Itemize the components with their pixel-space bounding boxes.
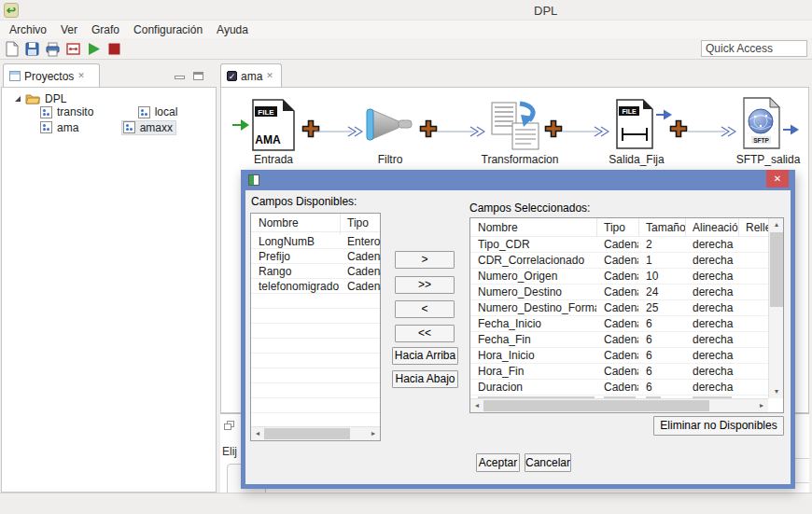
run-icon: [86, 41, 102, 57]
column-header[interactable]: Tamaño: [638, 221, 685, 234]
new-file-button[interactable]: [3, 40, 21, 58]
selected-row[interactable]: Fecha_Fin Cadena 6 derecha: [470, 332, 768, 348]
node-transformacion-icon[interactable]: [490, 101, 540, 151]
tree-node-project[interactable]: ama: [39, 121, 81, 134]
horizontal-scrollbar[interactable]: ◂▸: [470, 398, 768, 412]
selected-row[interactable]: CDR_Correlacionado Cadena 1 derecha: [470, 253, 768, 269]
close-icon[interactable]: ✕: [77, 72, 85, 80]
expand-arrow-icon[interactable]: [15, 96, 21, 102]
selected-fields-label: Campos Seleccionados:: [469, 201, 590, 215]
tree-node-project[interactable]: transito: [39, 105, 96, 118]
tree-node-dpl[interactable]: DPL: [15, 91, 216, 105]
scrollbar-thumb[interactable]: [770, 232, 783, 307]
tab-ama[interactable]: ✓ ama ✕: [220, 63, 282, 88]
move-right-button[interactable]: >: [395, 251, 455, 269]
bottom-view-clipped-label: Elij: [222, 445, 237, 458]
node-salida-fija-label: Salida_Fija: [601, 153, 672, 166]
cell-nombre: telefonomigrado: [251, 279, 340, 294]
add-node-icon[interactable]: [669, 119, 688, 138]
selected-row[interactable]: Duracion Cadena 6 derecha: [470, 380, 768, 396]
move-down-button[interactable]: Hacia Abajo: [392, 370, 458, 388]
cell-tipo: Cadena: [596, 300, 638, 316]
horizontal-scrollbar[interactable]: ◂▸: [251, 426, 380, 440]
cell-alineacion: derecha: [685, 253, 738, 269]
selected-row[interactable]: Numero_Destino Cadena 24 derecha: [470, 285, 768, 300]
tree-node-label: transito: [57, 105, 93, 118]
cell-relleno: [738, 332, 768, 348]
cell-tipo: Cadena: [596, 269, 638, 285]
node-salida-fija-icon[interactable]: FILE: [615, 99, 654, 149]
available-row[interactable]: telefonomigrado Cadena: [251, 279, 380, 294]
export-graph-button[interactable]: [64, 40, 82, 58]
selected-row[interactable]: Numero_Origen Cadena 10 derecha: [470, 269, 768, 285]
cancel-button[interactable]: Cancelar: [525, 453, 571, 472]
column-header[interactable]: Alineación: [685, 221, 738, 234]
maximize-view-button[interactable]: [193, 72, 203, 80]
scrollbar-thumb[interactable]: [483, 400, 709, 411]
restore-view-icon[interactable]: [224, 421, 234, 430]
column-header[interactable]: Relle: [738, 221, 770, 234]
available-row[interactable]: LongNumB Entero: [251, 234, 380, 249]
available-row[interactable]: Prefijo Cadena: [251, 249, 380, 264]
column-header[interactable]: Tipo: [596, 221, 638, 234]
cell-tamano: 24: [638, 285, 685, 300]
menu-item[interactable]: Archivo: [9, 23, 47, 36]
print-button[interactable]: [44, 40, 62, 58]
node-filtro-label: Filtro: [362, 153, 418, 166]
minimize-view-button[interactable]: [175, 76, 185, 79]
column-header[interactable]: Nombre: [251, 216, 340, 229]
cell-tipo: Cadena: [340, 249, 381, 264]
add-node-icon[interactable]: [544, 119, 563, 138]
remove-unavailable-button[interactable]: Eliminar no Disponibles: [653, 416, 784, 436]
tree-children: transito local ama amaxx: [2, 105, 216, 136]
tab-proyectos[interactable]: Proyectos ✕: [3, 63, 100, 88]
selected-row[interactable]: Hora_Inicio Cadena 6 derecha: [470, 348, 768, 364]
cell-tamano: 1: [638, 253, 685, 269]
node-filtro-icon[interactable]: [366, 108, 414, 144]
column-header[interactable]: Nombre: [470, 221, 596, 234]
run-button[interactable]: [85, 40, 103, 58]
available-row[interactable]: Rango Cadena: [251, 264, 380, 279]
cell-nombre: Hora_Fin: [470, 364, 596, 380]
dialog-close-button[interactable]: ✕: [766, 170, 789, 188]
move-all-left-button[interactable]: <<: [395, 325, 455, 342]
cell-alineacion: derecha: [685, 316, 738, 332]
move-up-button[interactable]: Hacia Arriba: [392, 347, 458, 365]
app-icon: ↩: [4, 3, 19, 18]
tree-node-project[interactable]: local: [137, 105, 181, 118]
save-icon: [24, 41, 40, 57]
print-icon: [45, 41, 61, 57]
selected-row[interactable]: Fecha_Inicio Cadena 6 derecha: [470, 316, 768, 332]
scrollbar-thumb[interactable]: [264, 428, 350, 439]
menu-item[interactable]: Grafo: [91, 23, 119, 36]
quick-access-input[interactable]: [701, 40, 807, 57]
selected-fields-table: Nombre Tipo Tamaño Alineación Relle Tipo…: [469, 217, 784, 413]
add-node-icon[interactable]: [419, 119, 438, 138]
menu-item[interactable]: Ver: [61, 23, 77, 36]
tree-node-label: ama: [57, 121, 78, 134]
tree-node-label: amaxx: [140, 121, 173, 134]
stop-icon: [106, 41, 122, 57]
cell-tipo: Cadena: [596, 253, 638, 269]
column-header[interactable]: Tipo: [340, 216, 381, 229]
move-all-right-button[interactable]: >>: [395, 276, 455, 294]
graph-file-icon: [123, 121, 135, 133]
menu-item[interactable]: Ayuda: [217, 23, 248, 36]
tree-node-project[interactable]: amaxx: [122, 121, 175, 134]
close-icon[interactable]: ✕: [266, 72, 273, 80]
move-left-button[interactable]: <: [395, 300, 455, 318]
node-sftp-salida-icon[interactable]: SFTP: [742, 97, 781, 149]
accept-button[interactable]: Aceptar: [476, 453, 520, 472]
selected-row[interactable]: Numero_Destino_Formato Cadena 25 derecha: [470, 300, 768, 316]
menu-item[interactable]: Configuración: [133, 23, 203, 36]
cell-alineacion: derecha: [685, 285, 738, 300]
window-title: DPL: [534, 4, 557, 18]
vertical-scrollbar[interactable]: ▴▾: [768, 218, 783, 398]
node-entrada-icon[interactable]: FILE AMA: [251, 99, 296, 151]
cell-tamano: 6: [638, 316, 685, 332]
save-button[interactable]: [23, 40, 41, 58]
selected-row[interactable]: Hora_Fin Cadena 6 derecha: [470, 364, 768, 380]
selected-row[interactable]: Tipo_CDR Cadena 2 derecha: [470, 237, 768, 253]
stop-button[interactable]: [105, 40, 123, 58]
dialog-body: Campos Disponibles: Nombre Tipo LongNumB…: [245, 190, 791, 484]
